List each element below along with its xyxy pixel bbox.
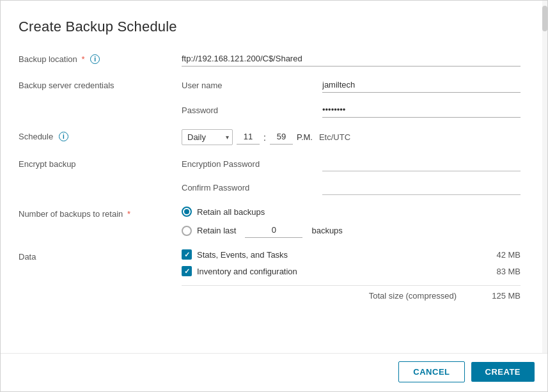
radio-group: Retain all backups Retain last backups — [182, 207, 521, 238]
stats-size: 42 MB — [496, 250, 521, 260]
cancel-button[interactable]: CANCEL — [398, 361, 464, 382]
data-label: Data — [19, 249, 182, 262]
minute-input[interactable] — [270, 130, 293, 145]
data-row: Data ✓ Stats, Events, and Tasks 42 MB — [19, 249, 521, 301]
retain-last-input[interactable] — [245, 223, 302, 238]
backup-credentials-row: Backup server credentials User name Pass… — [19, 78, 521, 118]
stats-check-mark: ✓ — [184, 251, 190, 258]
schedule-inputs: Daily Weekly Monthly ▾ : P.M. Etc/UTC — [182, 129, 521, 145]
retain-last-suffix: backups — [311, 226, 342, 235]
confirm-password-input[interactable] — [322, 180, 521, 195]
backup-location-label: Backup location * i — [19, 52, 182, 65]
timezone-label: Etc/UTC — [319, 132, 350, 142]
schedule-label: Schedule i — [19, 129, 182, 142]
retain-last-label: Retain last — [197, 226, 236, 235]
encrypt-backup-row: Encrypt backup Encryption Password Confi… — [19, 157, 521, 195]
confirm-password-row: Confirm Password — [182, 180, 521, 195]
num-backups-label: Number of backups to retain * — [19, 207, 182, 219]
encryption-password-input[interactable] — [322, 157, 521, 171]
frequency-select-wrap: Daily Weekly Monthly ▾ — [182, 129, 233, 145]
encrypt-section: Encryption Password Confirm Password — [182, 157, 521, 195]
num-backups-control: Retain all backups Retain last backups — [182, 207, 521, 238]
checkbox-group: ✓ Stats, Events, and Tasks 42 MB ✓ — [182, 249, 521, 301]
encryption-password-row: Encryption Password — [182, 157, 521, 171]
stats-checkbox-row: ✓ Stats, Events, and Tasks 42 MB — [182, 249, 521, 260]
credentials-sub-form: User name Password — [182, 78, 521, 118]
encrypt-backup-control: Encryption Password Confirm Password — [182, 157, 521, 195]
stats-label: Stats, Events, and Tasks — [197, 250, 288, 260]
schedule-row: Schedule i Daily Weekly Monthly ▾ — [19, 129, 521, 145]
total-row: Total size (compressed) 125 MB — [182, 285, 521, 301]
backup-location-info-icon[interactable]: i — [90, 54, 100, 64]
retain-all-radio[interactable] — [182, 207, 192, 217]
create-backup-dialog: Create Backup Schedule Backup location *… — [0, 0, 548, 392]
inventory-label: Inventory and configuration — [197, 267, 297, 276]
retain-last-radio[interactable] — [182, 226, 192, 236]
encrypt-backup-label: Encrypt backup — [19, 157, 182, 169]
stats-checkbox[interactable]: ✓ — [182, 249, 192, 260]
total-size: 125 MB — [489, 291, 521, 301]
inventory-checkbox[interactable]: ✓ — [182, 266, 192, 276]
username-row: User name — [182, 78, 521, 93]
create-button[interactable]: CREATE — [471, 362, 535, 382]
form-scrollable: Backup location * i Backup server creden… — [19, 52, 527, 312]
confirm-password-label: Confirm Password — [182, 183, 322, 192]
inventory-check-mark: ✓ — [184, 268, 190, 275]
retain-all-row[interactable]: Retain all backups — [182, 207, 521, 217]
backup-location-control — [182, 52, 521, 67]
num-backups-required-star: * — [127, 209, 130, 219]
scrollbar-track — [542, 1, 547, 353]
backup-location-row: Backup location * i — [19, 52, 521, 67]
password-row: Password — [182, 103, 521, 118]
dialog-title: Create Backup Schedule — [19, 19, 527, 35]
username-input[interactable] — [322, 78, 521, 93]
inventory-size: 83 MB — [496, 267, 521, 276]
retain-last-row[interactable]: Retain last backups — [182, 223, 521, 238]
total-label: Total size (compressed) — [369, 291, 457, 301]
hour-input[interactable] — [237, 130, 260, 145]
frequency-select[interactable]: Daily Weekly Monthly — [182, 129, 233, 145]
stats-checkbox-left: ✓ Stats, Events, and Tasks — [182, 249, 288, 260]
ampm-label: P.M. — [297, 132, 313, 142]
username-label: User name — [182, 81, 322, 90]
schedule-control: Daily Weekly Monthly ▾ : P.M. Etc/UTC — [182, 129, 521, 145]
inventory-checkbox-row: ✓ Inventory and configuration 83 MB — [182, 266, 521, 276]
encryption-password-label: Encryption Password — [182, 159, 322, 169]
password-input[interactable] — [322, 103, 521, 118]
inventory-checkbox-left: ✓ Inventory and configuration — [182, 266, 297, 276]
password-label: Password — [182, 106, 322, 115]
required-star: * — [81, 54, 84, 64]
backup-credentials-label: Backup server credentials — [19, 78, 182, 90]
dialog-footer: CANCEL CREATE — [1, 353, 547, 391]
schedule-info-icon[interactable]: i — [59, 132, 68, 141]
retain-all-label: Retain all backups — [197, 207, 265, 217]
backup-credentials-control: User name Password — [182, 78, 521, 118]
scrollbar-thumb[interactable] — [542, 6, 547, 31]
num-backups-row: Number of backups to retain * Retain all… — [19, 207, 521, 238]
backup-location-input[interactable] — [182, 52, 521, 67]
time-colon: : — [263, 132, 266, 143]
data-control: ✓ Stats, Events, and Tasks 42 MB ✓ — [182, 249, 521, 301]
